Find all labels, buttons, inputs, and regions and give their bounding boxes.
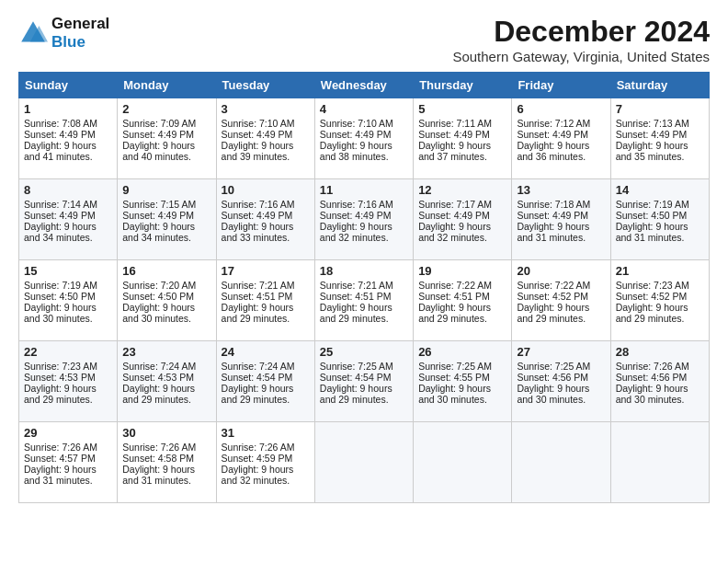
calendar-cell: 14 Sunrise: 7:19 AM Sunset: 4:50 PM Dayl…: [610, 179, 709, 260]
calendar-row: 8 Sunrise: 7:14 AM Sunset: 4:49 PM Dayli…: [19, 179, 710, 260]
calendar-cell: 11 Sunrise: 7:16 AM Sunset: 4:49 PM Dayl…: [314, 179, 413, 260]
daylight-label: Daylight: 9 hours and 29 minutes.: [24, 383, 97, 405]
sunset-label: Sunset: 4:51 PM: [418, 291, 490, 302]
day-number: 2: [122, 102, 210, 116]
sunset-label: Sunset: 4:49 PM: [320, 129, 392, 140]
daylight-label: Daylight: 9 hours and 32 minutes.: [418, 221, 491, 243]
location-title: Southern Gateway, Virginia, United State…: [452, 49, 710, 64]
sunset-label: Sunset: 4:52 PM: [517, 291, 588, 302]
day-number: 31: [222, 426, 310, 440]
sunset-label: Sunset: 4:50 PM: [616, 210, 688, 221]
day-number: 12: [418, 183, 506, 197]
calendar-cell: [512, 422, 610, 503]
daylight-label: Daylight: 9 hours and 35 minutes.: [616, 140, 688, 162]
daylight-label: Daylight: 9 hours and 31 minutes.: [122, 464, 195, 486]
daylight-label: Daylight: 9 hours and 29 minutes.: [320, 383, 392, 405]
day-number: 26: [418, 345, 506, 359]
daylight-label: Daylight: 9 hours and 29 minutes.: [122, 383, 195, 405]
calendar-cell: 22 Sunrise: 7:23 AM Sunset: 4:53 PM Dayl…: [19, 341, 118, 422]
page-header: General Blue December 2024 Southern Gate…: [18, 15, 710, 64]
col-tuesday: Tuesday: [216, 73, 314, 98]
day-number: 19: [418, 264, 506, 278]
sunrise-label: Sunrise: 7:25 AM: [320, 361, 393, 372]
daylight-label: Daylight: 9 hours and 29 minutes.: [616, 302, 688, 324]
calendar-cell: 7 Sunrise: 7:13 AM Sunset: 4:49 PM Dayli…: [610, 98, 709, 179]
sunset-label: Sunset: 4:49 PM: [517, 129, 588, 140]
day-number: 5: [418, 102, 506, 116]
sunrise-label: Sunrise: 7:21 AM: [320, 280, 393, 291]
calendar-cell: 12 Sunrise: 7:17 AM Sunset: 4:49 PM Dayl…: [414, 179, 512, 260]
sunrise-label: Sunrise: 7:22 AM: [517, 280, 590, 291]
calendar-cell: 15 Sunrise: 7:19 AM Sunset: 4:50 PM Dayl…: [19, 260, 118, 341]
sunset-label: Sunset: 4:49 PM: [616, 129, 688, 140]
day-number: 8: [24, 183, 112, 197]
day-number: 24: [222, 345, 310, 359]
calendar-cell: 24 Sunrise: 7:24 AM Sunset: 4:54 PM Dayl…: [216, 341, 314, 422]
calendar-cell: 8 Sunrise: 7:14 AM Sunset: 4:49 PM Dayli…: [19, 179, 118, 260]
sunrise-label: Sunrise: 7:13 AM: [616, 118, 689, 129]
sunset-label: Sunset: 4:51 PM: [320, 291, 392, 302]
sunrise-label: Sunrise: 7:26 AM: [24, 442, 97, 453]
calendar-cell: 29 Sunrise: 7:26 AM Sunset: 4:57 PM Dayl…: [19, 422, 118, 503]
daylight-label: Daylight: 9 hours and 29 minutes.: [418, 302, 491, 324]
day-number: 30: [122, 426, 210, 440]
day-number: 3: [222, 102, 310, 116]
sunset-label: Sunset: 4:49 PM: [122, 210, 194, 221]
day-number: 28: [616, 345, 704, 359]
sunrise-label: Sunrise: 7:17 AM: [418, 199, 492, 210]
logo-text-line2: Blue: [51, 33, 109, 52]
daylight-label: Daylight: 9 hours and 29 minutes.: [517, 302, 589, 324]
day-number: 16: [122, 264, 210, 278]
sunrise-label: Sunrise: 7:18 AM: [517, 199, 590, 210]
sunrise-label: Sunrise: 7:11 AM: [418, 118, 492, 129]
day-number: 29: [24, 426, 112, 440]
sunrise-label: Sunrise: 7:19 AM: [24, 280, 97, 291]
daylight-label: Daylight: 9 hours and 32 minutes.: [222, 464, 294, 486]
daylight-label: Daylight: 9 hours and 30 minutes.: [517, 383, 589, 405]
day-number: 25: [320, 345, 408, 359]
sunset-label: Sunset: 4:55 PM: [418, 372, 490, 383]
sunset-label: Sunset: 4:49 PM: [24, 129, 96, 140]
sunset-label: Sunset: 4:56 PM: [616, 372, 688, 383]
sunrise-label: Sunrise: 7:23 AM: [616, 280, 689, 291]
sunrise-label: Sunrise: 7:25 AM: [418, 361, 492, 372]
calendar-cell: 21 Sunrise: 7:23 AM Sunset: 4:52 PM Dayl…: [610, 260, 709, 341]
sunrise-label: Sunrise: 7:25 AM: [517, 361, 590, 372]
sunrise-label: Sunrise: 7:16 AM: [222, 199, 295, 210]
col-saturday: Saturday: [610, 73, 709, 98]
daylight-label: Daylight: 9 hours and 29 minutes.: [222, 383, 294, 405]
sunrise-label: Sunrise: 7:15 AM: [122, 199, 196, 210]
calendar-cell: 3 Sunrise: 7:10 AM Sunset: 4:49 PM Dayli…: [216, 98, 314, 179]
daylight-label: Daylight: 9 hours and 32 minutes.: [320, 221, 392, 243]
sunset-label: Sunset: 4:53 PM: [122, 372, 194, 383]
daylight-label: Daylight: 9 hours and 30 minutes.: [616, 383, 688, 405]
sunrise-label: Sunrise: 7:21 AM: [222, 280, 295, 291]
day-number: 20: [517, 264, 605, 278]
calendar-cell: 6 Sunrise: 7:12 AM Sunset: 4:49 PM Dayli…: [512, 98, 610, 179]
col-sunday: Sunday: [19, 73, 118, 98]
sunrise-label: Sunrise: 7:10 AM: [320, 118, 393, 129]
daylight-label: Daylight: 9 hours and 38 minutes.: [320, 140, 392, 162]
day-number: 7: [616, 102, 704, 116]
header-row: Sunday Monday Tuesday Wednesday Thursday…: [19, 73, 710, 98]
col-wednesday: Wednesday: [314, 73, 413, 98]
calendar-cell: [414, 422, 512, 503]
sunset-label: Sunset: 4:49 PM: [122, 129, 194, 140]
day-number: 21: [616, 264, 704, 278]
sunset-label: Sunset: 4:49 PM: [222, 210, 293, 221]
day-number: 11: [320, 183, 408, 197]
sunrise-label: Sunrise: 7:20 AM: [122, 280, 196, 291]
daylight-label: Daylight: 9 hours and 33 minutes.: [222, 221, 294, 243]
sunset-label: Sunset: 4:49 PM: [24, 210, 96, 221]
day-number: 14: [616, 183, 704, 197]
calendar-cell: [610, 422, 709, 503]
sunset-label: Sunset: 4:49 PM: [418, 129, 490, 140]
daylight-label: Daylight: 9 hours and 29 minutes.: [320, 302, 392, 324]
month-title: December 2024: [452, 15, 710, 49]
calendar-cell: 4 Sunrise: 7:10 AM Sunset: 4:49 PM Dayli…: [314, 98, 413, 179]
sunset-label: Sunset: 4:49 PM: [517, 210, 588, 221]
sunset-label: Sunset: 4:58 PM: [122, 453, 194, 464]
day-number: 23: [122, 345, 210, 359]
calendar-row: 1 Sunrise: 7:08 AM Sunset: 4:49 PM Dayli…: [19, 98, 710, 179]
day-number: 9: [122, 183, 210, 197]
